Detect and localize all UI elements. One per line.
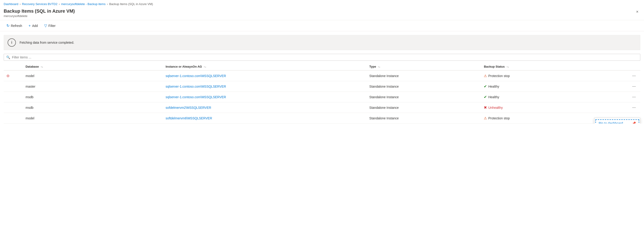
pin-icon: 📌 — [632, 121, 636, 124]
page-header: Backup Items (SQL in Azure VM) mercuryso… — [0, 7, 644, 20]
row-instance[interactable]: sqlserver-1.contoso.com\MSSQLSERVER — [163, 70, 366, 81]
row-status: ✖Unhealthy — [481, 102, 621, 113]
status-text: Unhealthy — [488, 106, 503, 109]
context-menu: Pin to dashboard📌Backup nowRestoreStop b… — [594, 118, 640, 124]
row-type: Standalone Instance — [367, 102, 481, 113]
filter-button[interactable]: ▽ Filter — [42, 22, 58, 29]
col-header-type[interactable]: Type ↑↓ — [367, 63, 481, 70]
healthy-icon: ✔ — [484, 84, 487, 89]
warning-icon: ⚠ — [484, 74, 487, 78]
sort-icon-status: ↑↓ — [506, 65, 509, 68]
row-actions-cell: ··· — [621, 81, 640, 92]
row-database: master — [23, 81, 163, 92]
row-instance[interactable]: sqlserver-1.contoso.com\MSSQLSERVER — [163, 81, 366, 92]
table-row: ⊖modelsqlserver-1.contoso.com\MSSQLSERVE… — [4, 70, 640, 81]
page-title: Backup Items (SQL in Azure VM) — [4, 8, 75, 14]
info-message: Fetching data from service completed. — [20, 41, 74, 44]
status-text: Healthy — [488, 95, 499, 99]
row-icon-cell: ⊖ — [4, 70, 23, 81]
add-button[interactable]: + Add — [26, 22, 40, 29]
row-instance[interactable]: sofdelmervm2\MSSQLSERVER — [163, 102, 366, 113]
add-icon: + — [28, 24, 30, 28]
row-type: Standalone Instance — [367, 92, 481, 102]
row-type: Standalone Instance — [367, 113, 481, 124]
filter-icon: ▽ — [44, 23, 47, 28]
backup-items-table: Database ↑↓ Instance or AlwaysOn AG ↑↓ T… — [4, 63, 640, 124]
breadcrumb-current: Backup Items (SQL in Azure VM) — [109, 2, 153, 6]
context-menu-item[interactable]: Pin to dashboard📌 — [596, 119, 639, 124]
filter-input[interactable] — [12, 55, 638, 59]
row-instance[interactable]: softdelmervm6\MSSQLSERVER — [163, 113, 366, 124]
col-header-status[interactable]: Backup Status ↑↓ — [481, 63, 621, 70]
instance-link[interactable]: sofdelmervm2\MSSQLSERVER — [166, 106, 211, 109]
sort-icon-db: ↑↓ — [40, 65, 43, 68]
row-actions-cell: ··· — [621, 102, 640, 113]
filter-label: Filter — [48, 24, 56, 28]
close-button[interactable]: × — [634, 8, 640, 15]
instance-link[interactable]: softdelmervm6\MSSQLSERVER — [166, 116, 212, 120]
table-header-row: Database ↑↓ Instance or AlwaysOn AG ↑↓ T… — [4, 63, 640, 70]
row-type: Standalone Instance — [367, 81, 481, 92]
more-button[interactable]: ··· — [630, 73, 638, 79]
toolbar: ↻ Refresh + Add ▽ Filter — [0, 20, 644, 31]
page-header-left: Backup Items (SQL in Azure VM) mercuryso… — [4, 8, 75, 18]
sort-icon-type: ↑↓ — [378, 65, 380, 68]
add-label: Add — [32, 24, 38, 28]
table-row: modelsoftdelmervm6\MSSQLSERVERStandalone… — [4, 113, 640, 124]
col-header-actions — [621, 63, 640, 70]
sort-icon-instance: ↑↓ — [204, 65, 206, 68]
row-actions-cell: ··· — [621, 70, 640, 81]
more-button[interactable]: ··· — [630, 83, 638, 89]
table-row: mastersqlserver-1.contoso.com\MSSQLSERVE… — [4, 81, 640, 92]
breadcrumb-dashboard[interactable]: Dashboard — [4, 2, 18, 6]
page-subtitle: mercurysoftdelete — [4, 14, 75, 18]
more-button[interactable]: ··· — [630, 105, 638, 110]
refresh-label: Refresh — [11, 24, 22, 28]
row-status: ⚠Protection stop — [481, 70, 621, 81]
row-database: model — [23, 70, 163, 81]
instance-link[interactable]: sqlserver-1.contoso.com\MSSQLSERVER — [166, 95, 226, 99]
breadcrumb-sep-2: › — [59, 2, 60, 6]
row-database: msdb — [23, 92, 163, 102]
stop-icon: ⊖ — [6, 74, 10, 78]
refresh-button[interactable]: ↻ Refresh — [4, 22, 25, 29]
row-icon-cell — [4, 113, 23, 124]
status-text: Protection stop — [488, 74, 510, 78]
error-icon: ✖ — [484, 105, 487, 110]
row-database: model — [23, 113, 163, 124]
instance-link[interactable]: sqlserver-1.contoso.com\MSSQLSERVER — [166, 85, 226, 88]
info-icon: i — [8, 38, 16, 47]
breadcrumb-backup-items[interactable]: mercurysoftdelete - Backup items — [61, 2, 106, 6]
table-container: Database ↑↓ Instance or AlwaysOn AG ↑↓ T… — [4, 63, 640, 124]
row-status: ✔Healthy — [481, 81, 621, 92]
more-button[interactable]: ··· — [630, 94, 638, 100]
pin-label: Pin to dashboard — [599, 121, 623, 124]
row-database: msdb — [23, 102, 163, 113]
breadcrumb-sep-3: › — [107, 2, 108, 6]
warning-icon: ⚠ — [484, 116, 487, 120]
instance-link[interactable]: sqlserver-1.contoso.com\MSSQLSERVER — [166, 74, 226, 78]
filter-bar[interactable]: 🔍 — [4, 54, 640, 61]
table-row: msdbsofdelmervm2\MSSQLSERVERStandalone I… — [4, 102, 640, 113]
row-icon-cell — [4, 81, 23, 92]
breadcrumb-recovery[interactable]: Recovery Services BVTD2 — [22, 2, 58, 6]
row-type: Standalone Instance — [367, 70, 481, 81]
col-header-database[interactable]: Database ↑↓ — [23, 63, 163, 70]
row-instance[interactable]: sqlserver-1.contoso.com\MSSQLSERVER — [163, 92, 366, 102]
table-row: msdbsqlserver-1.contoso.com\MSSQLSERVERS… — [4, 92, 640, 102]
breadcrumb: Dashboard › Recovery Services BVTD2 › me… — [0, 0, 644, 7]
info-bar: i Fetching data from service completed. — [4, 35, 640, 50]
refresh-icon: ↻ — [6, 23, 10, 28]
row-actions-cell: ··· — [621, 92, 640, 102]
search-icon: 🔍 — [6, 55, 10, 59]
status-text: Protection stop — [488, 116, 510, 120]
healthy-icon: ✔ — [484, 95, 487, 99]
row-icon-cell — [4, 102, 23, 113]
row-status: ✔Healthy — [481, 92, 621, 102]
row-icon-cell — [4, 92, 23, 102]
status-text: Healthy — [488, 85, 499, 88]
col-header-icon — [4, 63, 23, 70]
breadcrumb-sep-1: › — [20, 2, 21, 6]
col-header-instance[interactable]: Instance or AlwaysOn AG ↑↓ — [163, 63, 366, 70]
